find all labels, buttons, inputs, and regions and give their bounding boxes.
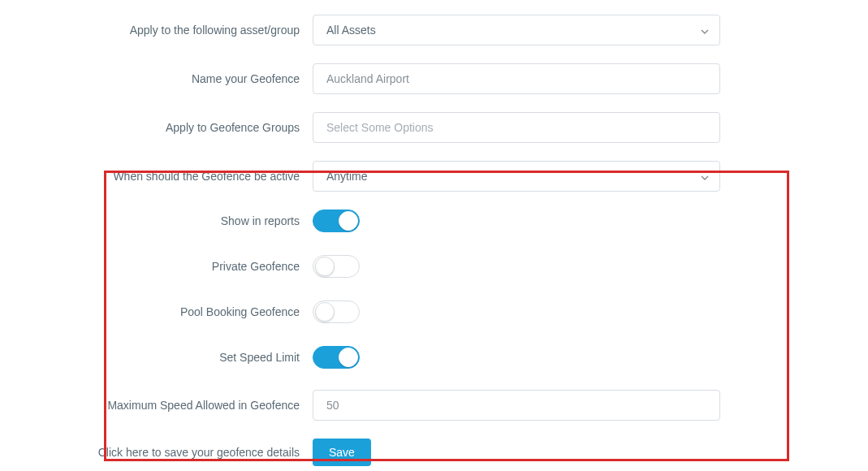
max-speed-input[interactable] xyxy=(313,390,720,421)
pool-booking-toggle[interactable] xyxy=(313,300,360,323)
set-speed-limit-toggle[interactable] xyxy=(313,346,360,369)
when-active-label: When should the Geofence be active xyxy=(0,170,313,183)
when-active-value: Anytime xyxy=(326,170,368,183)
private-geofence-toggle[interactable] xyxy=(313,255,360,278)
geofence-form: Apply to the following asset/group All A… xyxy=(0,0,868,471)
geofence-groups-placeholder: Select Some Options xyxy=(326,121,434,134)
show-reports-label: Show in reports xyxy=(0,214,313,227)
geofence-name-input[interactable] xyxy=(313,63,720,94)
save-hint-label: Click here to save your geofence details xyxy=(0,446,313,459)
geofence-name-label: Name your Geofence xyxy=(0,72,313,85)
toggle-knob xyxy=(339,211,358,231)
toggle-knob xyxy=(339,348,358,367)
geofence-groups-multiselect[interactable]: Select Some Options xyxy=(313,112,720,143)
show-reports-toggle[interactable] xyxy=(313,210,360,232)
asset-group-select[interactable]: All Assets xyxy=(313,15,720,45)
asset-group-label: Apply to the following asset/group xyxy=(0,24,313,37)
geofence-groups-label: Apply to Geofence Groups xyxy=(0,121,313,134)
when-active-select[interactable]: Anytime xyxy=(313,161,720,192)
pool-booking-label: Pool Booking Geofence xyxy=(0,305,313,318)
private-geofence-label: Private Geofence xyxy=(0,260,313,273)
asset-group-value: All Assets xyxy=(326,24,376,37)
save-button[interactable]: Save xyxy=(313,439,371,466)
toggle-knob xyxy=(315,257,335,276)
max-speed-label: Maximum Speed Allowed in Geofence xyxy=(0,399,313,412)
set-speed-limit-label: Set Speed Limit xyxy=(0,351,313,364)
toggle-knob xyxy=(315,302,335,322)
